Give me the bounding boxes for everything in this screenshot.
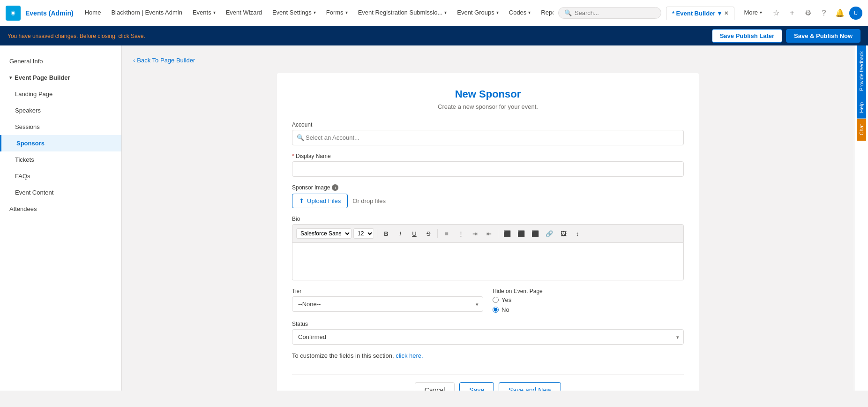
bio-editor[interactable]: [292, 243, 684, 280]
nav-event-reg[interactable]: Event Registration Submissio...▾: [353, 0, 452, 26]
bio-font-size-select[interactable]: 12: [353, 228, 374, 239]
nav-blackthorn[interactable]: Blackthorn | Events Admin: [106, 0, 187, 26]
favorites-icon[interactable]: ☆: [770, 7, 783, 20]
nav-more[interactable]: More▾: [739, 0, 767, 26]
align-right-button[interactable]: ⬛: [529, 227, 541, 240]
sponsor-image-label: Sponsor Image: [292, 184, 330, 191]
notification-icon[interactable]: 🔔: [833, 7, 846, 20]
hide-yes-input[interactable]: [493, 297, 499, 303]
toolbar-separator: [377, 229, 377, 238]
hide-yes-radio[interactable]: Yes: [493, 296, 684, 303]
outdent-button[interactable]: ⇤: [483, 227, 495, 240]
right-panel: Provide feedback Help Chat: [854, 45, 868, 391]
back-to-page-builder-link[interactable]: ‹ Back To Page Builder: [133, 57, 843, 64]
display-name-input[interactable]: [292, 161, 684, 177]
sidebar: General Info ▾ Event Page Builder Landin…: [0, 45, 122, 391]
indent-button[interactable]: ⇥: [469, 227, 481, 240]
setup-icon[interactable]: ⚙: [801, 7, 815, 20]
underline-button[interactable]: U: [408, 227, 420, 240]
account-search-wrap: 🔍: [292, 130, 684, 145]
sidebar-group-event-page-builder[interactable]: ▾ Event Page Builder: [0, 69, 121, 86]
nav-event-groups[interactable]: Event Groups▾: [452, 0, 503, 26]
app-logo[interactable]: [6, 6, 21, 21]
strikethrough-button[interactable]: S: [422, 227, 434, 240]
status-select-wrap: Confirmed ▾: [292, 329, 684, 345]
align-left-button[interactable]: ⬛: [501, 227, 513, 240]
tier-hide-row: Tier --None-- ▾ Hide on Event Page Yes: [292, 288, 684, 321]
provide-feedback-tab[interactable]: Provide feedback: [857, 45, 866, 97]
chevron-left-icon: ‹: [133, 57, 135, 64]
toolbar-separator-2: [437, 229, 438, 238]
numbered-list-button[interactable]: ⋮: [455, 227, 467, 240]
nav-home[interactable]: Home: [80, 0, 106, 26]
chat-tab[interactable]: Chat: [857, 119, 866, 141]
sidebar-item-general-info[interactable]: General Info: [0, 53, 121, 69]
link-button[interactable]: 🔗: [543, 227, 555, 240]
sidebar-item-tickets[interactable]: Tickets: [0, 151, 121, 168]
nav-forms[interactable]: Forms▾: [322, 0, 352, 26]
upload-icon: ⬆: [299, 197, 304, 204]
tier-field: Tier --None-- ▾: [292, 288, 483, 313]
form-subtitle: Create a new sponsor for your event.: [292, 103, 684, 110]
save-publish-later-button[interactable]: Save Publish Later: [712, 29, 782, 43]
bullet-list-button[interactable]: ≡: [441, 227, 453, 240]
sidebar-item-speakers[interactable]: Speakers: [0, 102, 121, 119]
help-tab[interactable]: Help: [857, 97, 866, 119]
search-icon: 🔍: [297, 134, 304, 141]
tab-event-builder[interactable]: * Event Builder ▾ ✕: [666, 7, 734, 20]
avatar[interactable]: U: [849, 7, 862, 20]
nav-events[interactable]: Events▾: [188, 0, 220, 26]
sidebar-item-attendees[interactable]: Attendees: [0, 201, 121, 217]
upload-files-button[interactable]: ⬆ Upload Files: [292, 194, 348, 208]
account-input[interactable]: [292, 130, 684, 145]
add-icon[interactable]: ＋: [786, 7, 799, 20]
search-icon: 🔍: [564, 9, 572, 16]
sidebar-item-event-content[interactable]: Event Content: [0, 184, 121, 201]
save-and-new-button[interactable]: Save and New: [499, 382, 561, 391]
search-box: 🔍: [558, 7, 661, 19]
info-icon[interactable]: i: [332, 184, 338, 191]
nav-event-settings[interactable]: Event Settings▾: [268, 0, 321, 26]
align-center-button[interactable]: ⬛: [515, 227, 527, 240]
chevron-down-icon: ▾: [444, 10, 447, 15]
italic-button[interactable]: I: [394, 227, 406, 240]
bold-button[interactable]: B: [380, 227, 392, 240]
unsaved-message: You have unsaved changes. Before closing…: [7, 33, 145, 39]
help-icon[interactable]: ?: [817, 7, 831, 20]
tier-select[interactable]: --None--: [292, 296, 483, 312]
hide-no-radio[interactable]: No: [493, 306, 684, 313]
top-navigation: Events (Admin) Home Blackthorn | Events …: [0, 0, 868, 26]
save-publish-now-button[interactable]: Save & Publish Now: [786, 29, 861, 43]
chevron-down-icon: ▾: [718, 10, 721, 17]
unsaved-changes-banner: You have unsaved changes. Before closing…: [0, 26, 868, 45]
sponsor-image-field: Sponsor Image i ⬆ Upload Files Or drop f…: [292, 184, 684, 208]
chevron-down-icon: ▾: [345, 10, 348, 15]
image-button[interactable]: 🖼: [557, 227, 569, 240]
main-content: ‹ Back To Page Builder New Sponsor Creat…: [122, 45, 854, 391]
sidebar-item-landing-page[interactable]: Landing Page: [0, 86, 121, 102]
save-button[interactable]: Save: [459, 382, 494, 391]
sidebar-item-sessions[interactable]: Sessions: [0, 119, 121, 135]
cancel-button[interactable]: Cancel: [415, 382, 455, 391]
customize-link[interactable]: click here.: [396, 352, 423, 359]
nav-reports[interactable]: Reports▾: [536, 0, 554, 26]
chevron-down-icon: ▾: [314, 10, 316, 15]
source-button[interactable]: ↕: [571, 227, 584, 240]
upload-area: ⬆ Upload Files Or drop files: [292, 194, 684, 208]
sidebar-item-sponsors[interactable]: Sponsors: [0, 135, 121, 151]
nav-event-wizard[interactable]: Event Wizard: [221, 0, 267, 26]
customize-text: To customize the fields in this section,…: [292, 352, 684, 359]
bio-font-select[interactable]: Salesforce Sans: [296, 228, 352, 239]
sidebar-item-faqs[interactable]: FAQs: [0, 168, 121, 184]
new-sponsor-form-card: New Sponsor Create a new sponsor for you…: [277, 73, 699, 391]
nav-codes[interactable]: Codes▾: [504, 0, 536, 26]
chevron-down-icon: ▾: [9, 75, 12, 80]
chevron-down-icon: ▾: [760, 10, 762, 15]
display-name-label: Display Name: [292, 153, 684, 159]
search-input[interactable]: [575, 9, 655, 16]
bio-toolbar: Salesforce Sans 12 B I U S ≡ ⋮ ⇥ ⇤: [292, 224, 684, 243]
tab-close-icon[interactable]: ✕: [724, 10, 728, 16]
hide-on-event-field: Hide on Event Page Yes No: [493, 288, 684, 313]
status-select[interactable]: Confirmed: [292, 329, 684, 345]
hide-no-input[interactable]: [493, 307, 499, 313]
